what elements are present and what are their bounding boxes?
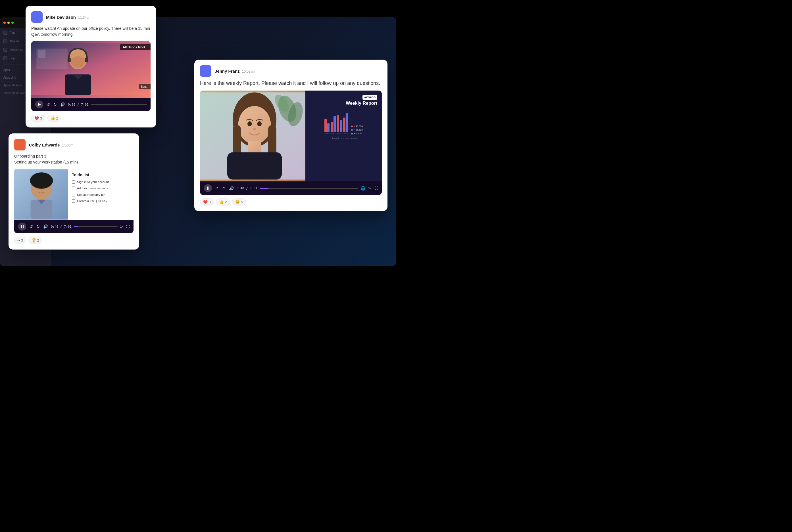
bar-label-w34: w34 xyxy=(337,132,342,135)
todo-checkbox-4 xyxy=(72,199,75,203)
colby-header: Colby Edwards 1:50pm xyxy=(14,139,133,150)
mike-thumbsup-count: 2 xyxy=(56,116,58,120)
weekly-report-title: Weekly Report xyxy=(346,101,377,106)
svg-point-17 xyxy=(257,121,262,126)
bar-set-w34 xyxy=(337,115,342,132)
jenny-neutral-count: 5 xyxy=(241,200,243,204)
jenny-reaction-neutral[interactable]: 😐 5 xyxy=(232,198,246,206)
mike-heart-count: 3 xyxy=(40,116,42,120)
legend-item-1: + 49.654 xyxy=(351,125,363,128)
jenny-progress-bar[interactable] xyxy=(260,188,358,189)
bar-group-w33: w33 xyxy=(331,116,336,135)
colby-forward-button[interactable]: ↻ xyxy=(36,224,40,229)
colby-progress-bar[interactable] xyxy=(74,226,118,227)
legend-dot-green xyxy=(351,133,353,135)
jenny-person-svg xyxy=(200,91,309,182)
jenny-globe-button[interactable]: 🌐 xyxy=(360,185,366,191)
svg-rect-5 xyxy=(85,58,88,62)
jenny-name: Jenny Franz xyxy=(215,69,240,74)
mike-message: Please watch! An update on our office po… xyxy=(31,25,151,37)
volume-icon: 🔊 xyxy=(60,102,65,107)
jenny-face xyxy=(200,91,309,182)
todo-checkbox-2 xyxy=(72,187,75,190)
colby-time-display: 0:40 / 7:01 xyxy=(51,225,72,229)
mike-video-label2: Sep... xyxy=(139,84,151,89)
bar-group-w34: w34 xyxy=(337,115,342,135)
jenny-header: Jenny Franz 10:03am xyxy=(200,65,382,77)
colby-rewind-button[interactable]: ↺ xyxy=(29,224,34,229)
jenny-rewind-icon: ↺ xyxy=(215,186,219,190)
svg-rect-20 xyxy=(227,152,282,180)
todo-checkbox-3 xyxy=(72,193,75,196)
colby-volume-icon: 🔊 xyxy=(43,224,48,229)
mike-avatar xyxy=(31,11,43,23)
bar-set-w35 xyxy=(343,113,348,132)
jenny-forward-button[interactable]: ↻ xyxy=(222,185,226,191)
jenny-reaction-thumbsup[interactable]: 👍 2 xyxy=(216,198,230,206)
bar-group-w32: w32 xyxy=(325,119,330,135)
colby-pause-bar-1 xyxy=(21,225,22,228)
bar-w35-blue xyxy=(346,113,348,132)
mike-rewind-button[interactable]: ↺ xyxy=(46,102,51,107)
colby-message: Onboarding part 3: Setting up your works… xyxy=(14,153,133,165)
colby-pause-button[interactable] xyxy=(18,222,27,231)
jenny-avatar xyxy=(200,65,211,77)
colby-reaction-trophy[interactable]: 🏆 2 xyxy=(29,237,42,244)
legend-dot-red xyxy=(351,126,353,127)
colby-pause-icon-wrap xyxy=(18,223,26,230)
todo-text-4: Create a EMQ ID Key xyxy=(77,199,107,203)
mike-forward-button[interactable]: ↻ xyxy=(53,102,57,107)
colby-forward-icon: ↻ xyxy=(36,224,40,229)
svg-point-16 xyxy=(247,121,252,126)
jenny-video-controls: ↺ ↻ 🔊 0:40 / 7:01 🌐 1x ⛶ xyxy=(200,182,382,195)
jenny-video-container: AKG&CO Weekly Report w32 xyxy=(200,91,382,195)
colby-fullscreen-button[interactable]: ⛶ xyxy=(126,224,130,229)
bar-w35-red xyxy=(343,117,346,132)
colby-edwards-card: Colby Edwards 1:50pm Onboarding part 3: … xyxy=(8,133,139,249)
bar-w32-blue xyxy=(327,123,330,132)
colby-person-svg xyxy=(14,169,72,220)
jenny-reactions: ❤️ 3 👍 2 😐 5 xyxy=(200,198,382,206)
jenny-fullscreen-button[interactable]: ⛶ xyxy=(374,186,379,191)
mike-video-thumbnail: All Hands Meet... Sep... xyxy=(31,41,151,98)
mike-time-display: 0:00 / 7:01 xyxy=(68,103,89,107)
pause-bar-1 xyxy=(207,187,208,190)
mike-volume-button[interactable]: 🔊 xyxy=(60,102,66,107)
mike-play-icon xyxy=(35,100,43,109)
legend-label-2: + 35.528 xyxy=(354,129,363,131)
mike-reactions: ❤️ 3 👍 2 xyxy=(31,115,151,122)
jenny-forward-icon: ↻ xyxy=(222,186,225,190)
globe-icon: 🌐 xyxy=(361,186,365,190)
jenny-time: 10:03am xyxy=(242,70,255,74)
svg-point-25 xyxy=(43,185,47,188)
bar-w32-red xyxy=(325,119,327,132)
legend-item-2: + 35.528 xyxy=(351,129,363,131)
bar-set-w33 xyxy=(331,116,336,132)
mike-play-button[interactable] xyxy=(35,100,44,109)
colby-volume-button[interactable]: 🔊 xyxy=(43,224,49,229)
jenny-franz-card: Jenny Franz 10:03am Here is the weekly R… xyxy=(194,60,387,211)
jenny-reaction-heart[interactable]: ❤️ 3 xyxy=(200,198,214,206)
colby-dots-icon: •• xyxy=(17,238,20,243)
svg-rect-2 xyxy=(38,50,45,58)
jenny-rewind-button[interactable]: ↺ xyxy=(215,185,219,191)
jenny-heart-count: 3 xyxy=(209,200,211,204)
colby-dots-count: 3 xyxy=(21,239,23,243)
pause-bars xyxy=(207,187,209,190)
mike-progress-bar[interactable] xyxy=(91,104,147,105)
svg-point-13 xyxy=(238,106,271,144)
todo-item-3: Set your security pin xyxy=(72,193,130,197)
colby-trophy-count: 2 xyxy=(37,239,39,243)
legend-label-1: + 49.654 xyxy=(354,125,363,128)
todo-item-4: Create a EMQ ID Key xyxy=(72,199,130,203)
jenny-pause-button[interactable] xyxy=(203,184,213,193)
colby-reaction-dots[interactable]: •• 3 xyxy=(14,237,26,244)
colby-fullscreen-icon: ⛶ xyxy=(126,225,130,229)
mike-reaction-heart[interactable]: ❤️ 3 xyxy=(31,115,45,122)
jenny-volume-button[interactable]: 🔊 xyxy=(228,185,234,191)
jenny-thumbsup-count: 2 xyxy=(225,200,227,204)
mike-reaction-thumbsup[interactable]: 👍 2 xyxy=(48,115,61,122)
bar-w33-red xyxy=(331,122,333,132)
rewind-icon: ↺ xyxy=(47,102,50,107)
watermark: Cloud Sales ●●● xyxy=(330,137,357,140)
